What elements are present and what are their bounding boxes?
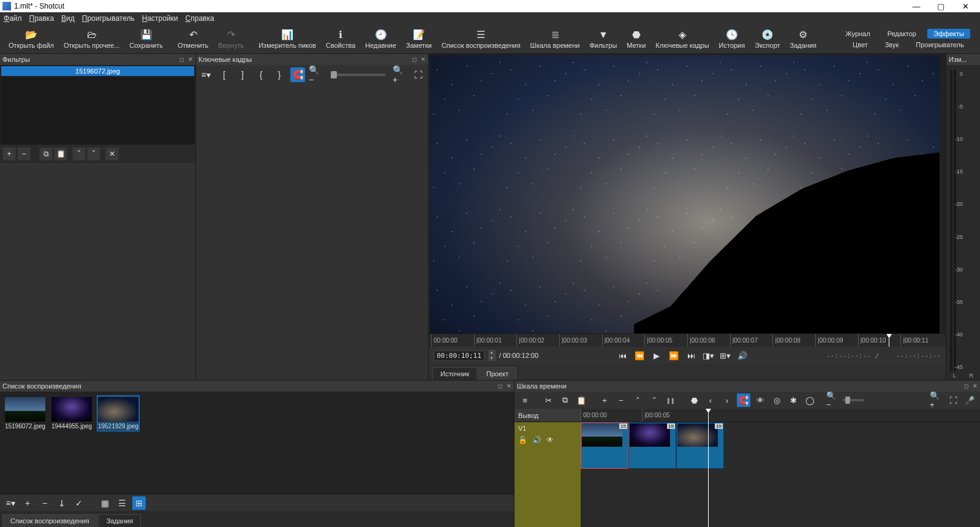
layout-effects[interactable]: Эффекты <box>927 29 970 39</box>
tl-scrub-button[interactable]: 👁 <box>753 393 767 407</box>
keyframes-undock-icon[interactable]: ◻ <box>412 56 417 63</box>
timeline-ruler[interactable]: 00:00:00 |00:00:05 <box>581 409 980 422</box>
tab-project[interactable]: Проект <box>478 367 516 380</box>
properties-button[interactable]: ℹСвойства <box>321 25 360 53</box>
tl-zoom-out-button[interactable]: 🔍− <box>826 393 840 407</box>
keyframes-button[interactable]: ◈Ключевые кадры <box>650 25 714 53</box>
tl-next-marker-button[interactable]: › <box>720 393 734 407</box>
playlist-close-icon[interactable]: ✕ <box>507 383 511 389</box>
tl-remove-button[interactable]: − <box>614 393 628 407</box>
export-button[interactable]: 💿Экспорт <box>750 25 785 53</box>
menu-player[interactable]: Проигрыватель <box>82 14 135 23</box>
tl-lift-up-button[interactable]: ˄ <box>631 393 644 407</box>
keyframes-close-icon[interactable]: ✕ <box>421 56 426 63</box>
markers-button[interactable]: ⬣Метки <box>622 25 650 53</box>
history-button[interactable]: 🕓История <box>714 25 750 53</box>
tl-zoom-slider[interactable] <box>843 399 864 401</box>
preview-viewport[interactable] <box>430 55 940 333</box>
jobs-button[interactable]: ⚙Задания <box>785 25 821 53</box>
tl-output-label[interactable]: Вывод <box>514 409 581 422</box>
redo-button[interactable]: ↷Вернуть <box>213 25 249 53</box>
preview-ruler[interactable]: 00:00:00 |00:00:01 |00:00:02 |00:00:03 |… <box>429 333 946 347</box>
playlist-undock-icon[interactable]: ◻ <box>498 383 502 389</box>
tl-snap-button[interactable]: 🧲 <box>737 393 750 407</box>
tl-paste-button[interactable]: 📋 <box>575 393 588 407</box>
skip-prev-button[interactable]: ⏮ <box>616 349 629 362</box>
tab-source[interactable]: Источник <box>432 367 477 380</box>
tl-cut-button[interactable]: ✂ <box>541 393 555 407</box>
pl-view-list-button[interactable]: ☰ <box>115 496 129 510</box>
tl-hide-icon[interactable]: 👁 <box>546 436 554 444</box>
tl-ripple-markers-button[interactable]: ◯ <box>803 393 816 407</box>
zoom-mode-button[interactable]: ◨▾ <box>701 349 715 362</box>
minimize-button[interactable]: — <box>904 2 929 11</box>
filters-close-icon[interactable]: ✕ <box>188 56 193 63</box>
timeline-clip[interactable]: 19 <box>628 422 676 469</box>
timeline-undock-icon[interactable]: ◻ <box>964 383 968 389</box>
playlist-body[interactable]: 15196072.jpeg 19444955.jpeg 19521929.jpe… <box>0 392 514 494</box>
timeline-playhead[interactable] <box>708 409 709 527</box>
timeline-close-icon[interactable]: ✕ <box>973 383 978 389</box>
playlist-item[interactable]: 15196072.jpeg <box>4 395 47 431</box>
layout-audio[interactable]: Звук <box>879 40 905 50</box>
filters-button[interactable]: ▼Фильтры <box>584 25 622 53</box>
layout-player[interactable]: Проигрыватель <box>910 40 970 50</box>
tl-append-button[interactable]: + <box>598 393 611 407</box>
open-other-button[interactable]: 🗁Открыть прочее... <box>59 25 124 53</box>
kf-brace-open-icon[interactable]: { <box>254 67 268 82</box>
keyframes-area[interactable] <box>196 85 428 380</box>
maximize-button[interactable]: ▢ <box>929 2 953 11</box>
play-button[interactable]: ▶ <box>650 349 663 362</box>
filter-paste-button[interactable]: 📋 <box>54 147 67 161</box>
kf-zoom-out-button[interactable]: 🔍− <box>309 67 323 82</box>
tl-zoom-in-button[interactable]: 🔍+ <box>930 393 943 407</box>
filter-add-button[interactable]: + <box>2 147 16 161</box>
current-time-input[interactable]: 00:00:10;11 <box>434 351 484 361</box>
skip-next-button[interactable]: ⏭ <box>684 349 698 362</box>
menu-settings[interactable]: Настройки <box>142 14 178 23</box>
tl-mute-icon[interactable]: 🔊 <box>532 436 541 444</box>
kf-zoom-in-button[interactable]: 🔍+ <box>393 67 407 82</box>
filters-list[interactable] <box>1 77 194 145</box>
close-button[interactable]: ✕ <box>953 2 978 11</box>
tl-zoom-fit-button[interactable]: ⛶ <box>946 393 960 407</box>
open-file-button[interactable]: 📂Открыть файл <box>4 25 59 53</box>
notes-button[interactable]: 📝Заметки <box>401 25 437 53</box>
kf-snap-button[interactable]: 🧲 <box>290 67 305 82</box>
playlist-button[interactable]: ☰Список воспроизведения <box>437 25 526 53</box>
pl-add-button[interactable]: + <box>21 496 34 510</box>
filter-down-button[interactable]: ˅ <box>87 147 100 161</box>
tl-record-button[interactable]: 🎤 <box>963 393 976 407</box>
kf-bracket-close-icon[interactable]: ] <box>235 67 250 82</box>
pl-check-button[interactable]: ✓ <box>72 496 86 510</box>
filter-copy-button[interactable]: ⧉ <box>39 147 53 161</box>
menu-edit[interactable]: Правка <box>29 14 55 23</box>
pl-update-button[interactable]: ⤓ <box>55 496 69 510</box>
tl-marker-button[interactable]: ⬣ <box>687 393 701 407</box>
kf-bracket-open-icon[interactable]: [ <box>217 67 232 82</box>
pl-menu-button[interactable]: ≡▾ <box>4 496 17 510</box>
filter-selected-clip[interactable]: 15196072.jpeg <box>1 66 194 76</box>
tl-overwrite-button[interactable]: ⫿⫿ <box>664 393 677 407</box>
tl-ripple-button[interactable]: ◎ <box>770 393 783 407</box>
grid-button[interactable]: ⊞▾ <box>718 349 732 362</box>
layout-log[interactable]: Журнал <box>839 29 876 39</box>
playlist-item[interactable]: 19521929.jpeg <box>97 395 140 431</box>
kf-zoom-slider[interactable] <box>331 74 385 76</box>
tl-lock-icon[interactable]: 🔓 <box>518 436 527 444</box>
filter-up-button[interactable]: ˄ <box>72 147 86 161</box>
filter-remove-button[interactable]: − <box>17 147 31 161</box>
recent-button[interactable]: 🕘Недавние <box>360 25 401 53</box>
filter-deselect-button[interactable]: ✕ <box>105 147 119 161</box>
volume-button[interactable]: 🔊 <box>736 349 749 362</box>
timeline-button[interactable]: ≣Шкала времени <box>526 25 585 53</box>
tl-track-header[interactable]: V1 🔓 🔊 👁 <box>514 422 581 527</box>
tab-playlist[interactable]: Список воспроизведения <box>2 514 97 527</box>
tl-menu-button[interactable]: ≡ <box>518 393 532 407</box>
playlist-item[interactable]: 19444955.jpeg <box>50 395 93 431</box>
peak-meter-button[interactable]: 📊Измеритель пиков <box>254 25 321 53</box>
save-button[interactable]: 💾Сохранить <box>124 25 168 53</box>
kf-brace-close-icon[interactable]: } <box>272 67 287 82</box>
pl-remove-button[interactable]: − <box>38 496 51 510</box>
kf-zoom-fit-button[interactable]: ⛶ <box>411 67 426 82</box>
